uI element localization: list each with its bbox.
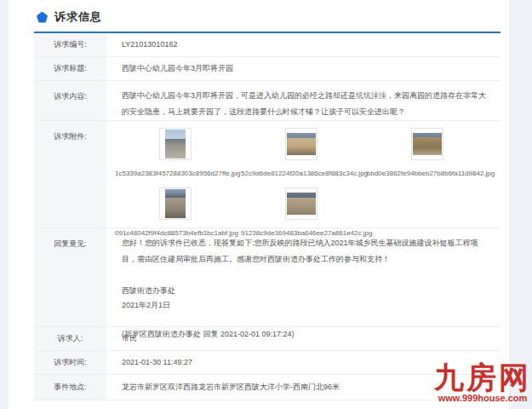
row-appeal-content: 诉求内容: 西陂中心幼儿园今年3月即将开园，可是进入幼儿园的必经之路却还是坑坑洼… [34,81,501,121]
row-event-location: 事件地点: 龙岩市新罗区双洋西路龙岩市新罗区西陂大洋小学-西南门北96米 [34,375,501,400]
appeal-info-table: 诉求编号: LY21013010162 诉求标题: 西陂中心幼儿园今年3月即将开… [34,32,501,400]
attachment-filename: 1c5339a2383f457288303c8956d27ffe.jpg [115,165,236,181]
appeal-time-label: 诉求时间: [34,351,106,374]
attachments-label: 诉求附件: [34,121,106,228]
row-appeal-person: 诉求人: 市民 [34,327,501,351]
appeal-content-value: 西陂中心幼儿园今年3月即将开园，可是进入幼儿园的必经之路却还是坑坑洼洼，来园离园… [106,81,501,120]
appeal-title-value: 西陂中心幼儿园今年3月即将开园 [106,57,501,80]
attachment-item: 1c5339a2383f457288303c8956d27ffe.jpg [115,128,236,181]
row-appeal-title: 诉求标题: 西陂中心幼儿园今年3月即将开园 [34,57,501,81]
row-appeal-number: 诉求编号: LY21013010162 [34,33,501,57]
page-title: 诉求信息 [54,9,102,25]
attachment-filename: bbd0e3862fe94bbeb27b8b6fa11d9842.jpg [367,165,488,181]
road-street-photo-icon [165,130,186,158]
reply-body-text: 您好！您的诉求件已收悉，现答复如下:您所反映的路段已纳入2021年城乡民生基础设… [122,235,490,268]
rubble-road-photo-icon [413,133,442,155]
row-reply: 回复意见: 您好！您的诉求件已收悉，现答复如下:您所反映的路段已纳入2021年城… [34,228,501,327]
attachment-thumbnail-1[interactable] [159,128,192,160]
appeal-person-value: 市民 [106,327,501,350]
dirt-road-photo-icon [287,193,316,215]
attachment-thumbnail-4[interactable] [159,187,192,220]
attachment-thumbnail-3[interactable] [411,128,443,160]
site-watermark: 九房网 www.999house.com [434,363,531,403]
event-location-label: 事件地点: [34,375,106,400]
attachment-filename: 52c9d6de81224f20a1386ce8f883c34c.jpg [241,165,362,181]
pentagon-icon [37,12,48,23]
attachments-area: 1c5339a2383f457288303c8956d27ffe.jpg 52c… [106,121,501,228]
watermark-url: www.999house.com [434,393,531,403]
attachment-thumbnail-5[interactable] [285,187,317,220]
page-header: 诉求信息 [37,9,102,25]
watermark-logo: 九房网 [434,363,531,392]
appeal-number-value: LY21013010162 [106,33,501,56]
appeal-title-label: 诉求标题: [34,57,106,80]
content-card: 诉求信息 诉求编号: LY21013010162 诉求标题: 西陂中心幼儿园今年… [9,0,509,409]
reply-area: 您好！您的诉求件已收悉，现答复如下:您所反映的路段已纳入2021年城乡民生基础设… [106,228,501,326]
reply-label: 回复意见: [34,228,106,326]
gravel-street-photo-icon [165,189,186,218]
reply-date: 2021年2月1日 [122,298,490,313]
dirt-lot-photo-icon [287,133,316,155]
attachment-item: 52c9d6de81224f20a1386ce8f883c34c.jpg [241,128,362,181]
attachment-thumbnail-2[interactable] [285,128,317,160]
appeal-number-label: 诉求编号: [34,33,106,56]
row-attachments: 诉求附件: 1c5339a2383f457288303c8956d27ffe.j… [34,121,501,228]
row-appeal-time: 诉求时间: 2021-01-30 11:49:27 [34,351,501,375]
appeal-person-label: 诉求人: [34,327,106,350]
appeal-content-label: 诉求内容: [34,81,106,120]
attachment-item: bbd0e3862fe94bbeb27b8b6fa11d9842.jpg [367,128,488,181]
reply-signature: 西陂街道办事处 [122,284,490,298]
attachment-row-1: 1c5339a2383f457288303c8956d27ffe.jpg 52c… [115,128,490,181]
